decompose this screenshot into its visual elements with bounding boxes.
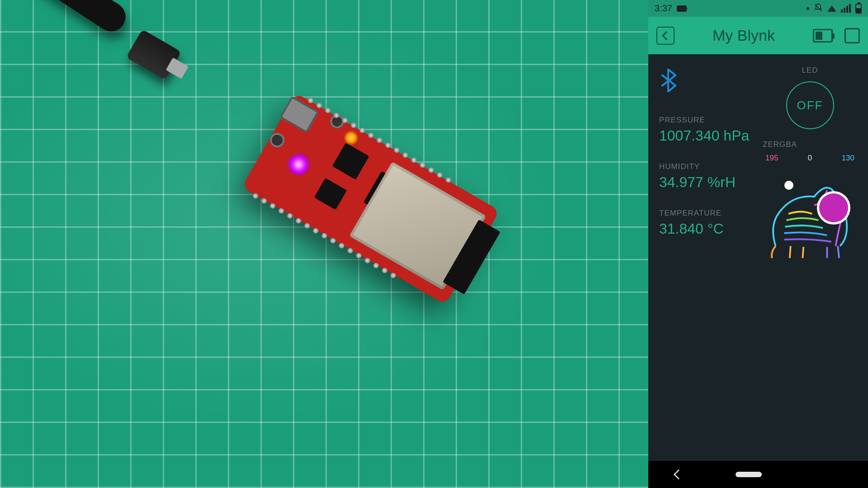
ic-chip [332, 143, 369, 180]
battery-icon [855, 4, 862, 14]
ic-chip [314, 178, 347, 210]
header-pins-top [307, 97, 452, 183]
nav-back-button[interactable] [674, 469, 684, 480]
temperature-label: TEMPERATURE [659, 209, 754, 218]
zergba-color-picker[interactable] [763, 166, 857, 266]
led-toggle-button[interactable]: OFF [786, 81, 834, 129]
android-nav-bar [648, 461, 868, 488]
pressure-label: PRESSURE [659, 116, 754, 125]
dashboard: PRESSURE 1007.340 hPa HUMIDITY 34.977 %r… [648, 54, 868, 461]
stop-button[interactable] [844, 28, 860, 43]
dot-icon [807, 7, 809, 10]
back-button[interactable] [656, 27, 675, 45]
energy-button[interactable] [813, 29, 833, 42]
usb-plug [126, 29, 182, 80]
pcb-antenna [443, 220, 500, 295]
signal-icon [841, 4, 851, 13]
zergba-label: ZERGBA [763, 140, 857, 149]
wifi-icon [827, 5, 836, 12]
temperature-value: 31.840 °C [659, 221, 754, 237]
clock: 3:37 [655, 3, 672, 14]
zergba-picker-handle[interactable] [819, 193, 848, 222]
zergba-g: 0 [808, 154, 812, 163]
camera-icon [677, 5, 687, 12]
zergba-r: 195 [765, 154, 778, 163]
zergba-origin-dot [784, 181, 793, 190]
pressure-value: 1007.340 hPa [659, 127, 754, 144]
zergba-b: 130 [842, 154, 854, 163]
nav-home-button[interactable] [736, 472, 762, 477]
bluetooth-widget[interactable] [659, 69, 754, 94]
led-label: LED [802, 66, 818, 75]
phone-screen: 3:37 My Blynk [648, 0, 868, 488]
back-icon [662, 31, 671, 40]
led-state: OFF [797, 99, 823, 113]
usb-tip [166, 57, 189, 79]
hardware-photo [0, 0, 648, 488]
app-bar: My Blynk [648, 17, 868, 54]
bell-off-icon [814, 3, 823, 14]
esp32-board [242, 93, 500, 305]
humidity-label: HUMIDITY [659, 162, 754, 171]
esp32-module [349, 162, 486, 291]
bluetooth-icon [659, 69, 677, 92]
humidity-value: 34.977 %rH [659, 174, 754, 191]
rgb-led-icon [284, 150, 314, 179]
status-bar: 3:37 [648, 0, 868, 17]
usb-cable [0, 0, 131, 37]
app-title: My Blynk [686, 27, 801, 44]
zergba-rgb-readout: 195 0 130 [763, 154, 857, 163]
reset-button [267, 130, 287, 150]
